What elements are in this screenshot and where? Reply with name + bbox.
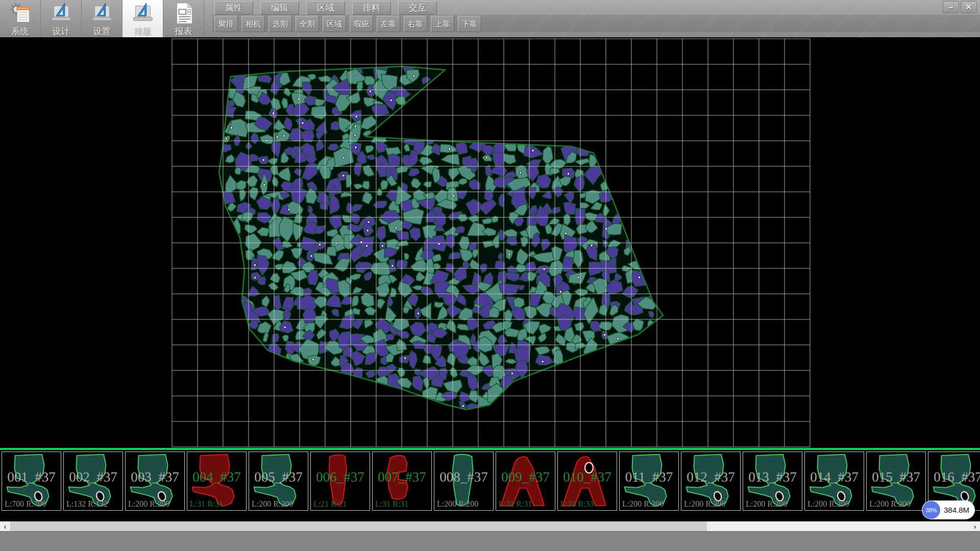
part-thumbnail-002_#37[interactable]: 002_#37L:132 R:132	[63, 452, 123, 511]
system-icon	[9, 2, 32, 25]
tool-button-相机[interactable]: 相机	[241, 16, 265, 32]
tool-button-聚排[interactable]: 聚排	[214, 16, 238, 32]
titlebar: 系统设计设置排版报表 属性编辑区域排料交互 聚排相机选割全割区域瑕疵左靠右靠上靠…	[0, 0, 980, 37]
close-button[interactable]: ✕	[961, 1, 977, 13]
nav-tab-label: 系统	[12, 26, 29, 37]
part-shape	[743, 452, 802, 510]
part-shape	[311, 452, 370, 510]
nesting-icon	[131, 2, 155, 25]
part-shape	[64, 452, 122, 510]
scroll-left-arrow-icon[interactable]: ‹	[0, 521, 10, 531]
parts-strip: 001_#37L:700 R:700002_#37L:132 R:132003_…	[0, 448, 980, 521]
main-nav-tabs: 系统设计设置排版报表	[0, 0, 204, 37]
memory-value: 384.8M	[944, 506, 969, 514]
part-shape	[126, 452, 184, 510]
tool-button-上靠[interactable]: 上靠	[431, 16, 454, 32]
part-thumbnail-007_#37[interactable]: 007_#37L:31 R:31	[372, 452, 432, 511]
menu-item-交互[interactable]: 交互	[398, 1, 437, 15]
nav-tab-label: 设计	[53, 26, 70, 37]
part-thumbnail-005_#37[interactable]: 005_#37L:200 R:200	[249, 452, 308, 511]
part-thumbnail-013_#37[interactable]: 013_#37L:200 R:200	[743, 452, 802, 511]
part-thumbnail-008_#37[interactable]: 008_#37L:200 R:200	[434, 452, 494, 511]
settings-icon	[90, 2, 114, 25]
design-icon	[50, 2, 73, 25]
nav-tab-设置[interactable]: 设置	[82, 0, 122, 37]
part-thumbnail-010_#37[interactable]: 010_#37L:33 R:33	[557, 452, 617, 511]
menu-item-区域[interactable]: 区域	[306, 1, 345, 15]
part-thumbnail-015_#37[interactable]: 015_#37L:200 R:200	[866, 452, 926, 511]
part-thumbnail-011_#37[interactable]: 011_#37L:200 R:200	[619, 452, 679, 511]
tool-button-右靠[interactable]: 右靠	[404, 16, 427, 32]
part-shape	[2, 452, 61, 510]
tool-button-下靠[interactable]: 下靠	[458, 16, 481, 32]
part-thumbnail-014_#37[interactable]: 014_#37L:200 R:200	[804, 452, 864, 511]
part-shape	[620, 452, 678, 510]
part-shape	[558, 452, 617, 510]
nav-tab-label: 报表	[175, 26, 192, 37]
tool-button-区域[interactable]: 区域	[323, 16, 346, 32]
report-icon	[172, 2, 195, 25]
menu-item-属性[interactable]: 属性	[214, 1, 253, 15]
nav-tab-label: 排版	[134, 26, 152, 37]
part-shape	[249, 452, 308, 510]
nav-tab-排版[interactable]: 排版	[122, 0, 163, 37]
part-shape	[681, 452, 740, 510]
strip-accent-line	[0, 448, 980, 450]
minimize-button[interactable]: −	[943, 1, 959, 13]
memory-badge: 38% 384.8M	[922, 500, 975, 519]
horizontal-scrollbar[interactable]: ‹ ›	[0, 521, 980, 531]
window-controls: − ✕	[943, 1, 977, 13]
part-thumbnail-006_#37[interactable]: 006_#37L:21 R:21	[310, 452, 370, 511]
bottom-window-chrome	[0, 531, 980, 551]
part-thumbnail-012_#37[interactable]: 012_#37L:200 R:200	[681, 452, 741, 511]
tool-button-左靠[interactable]: 左靠	[377, 16, 400, 32]
part-shape	[496, 452, 555, 510]
tool-button-全割[interactable]: 全割	[296, 16, 319, 32]
tool-button-瑕疵[interactable]: 瑕疵	[350, 16, 373, 32]
scrollbar-thumb[interactable]	[10, 521, 707, 531]
part-shape	[867, 452, 925, 510]
part-thumbnail-001_#37[interactable]: 001_#37L:700 R:700	[2, 452, 61, 511]
part-thumbnail-003_#37[interactable]: 003_#37L:200 R:200	[125, 452, 185, 511]
part-shape	[805, 452, 864, 510]
tool-button-选割[interactable]: 选割	[268, 16, 292, 32]
part-thumbnail-004_#37[interactable]: 004_#37L:31 R:31	[187, 452, 247, 511]
part-thumbnail-009_#37[interactable]: 009_#37L:32 R:31	[496, 452, 555, 511]
nesting-canvas-svg	[0, 37, 980, 448]
nav-tab-设计[interactable]: 设计	[41, 0, 82, 37]
menu-row: 属性编辑区域排料交互	[214, 1, 437, 14]
menu-item-排料[interactable]: 排料	[352, 1, 391, 15]
menu-item-编辑[interactable]: 编辑	[260, 1, 299, 15]
nav-tab-系统[interactable]: 系统	[0, 0, 41, 37]
part-shape	[373, 452, 431, 510]
memory-percent-circle: 38%	[922, 501, 940, 519]
scroll-right-arrow-icon[interactable]: ›	[970, 521, 980, 531]
tool-row: 聚排相机选割全割区域瑕疵左靠右靠上靠下靠	[214, 16, 481, 32]
nav-tab-label: 设置	[93, 26, 111, 37]
nesting-viewport[interactable]	[0, 37, 980, 448]
nav-tab-报表[interactable]: 报表	[163, 0, 204, 37]
part-shape	[434, 452, 493, 510]
parts-list: 001_#37L:700 R:700002_#37L:132 R:132003_…	[2, 452, 980, 511]
nesting-application-window: 系统设计设置排版报表 属性编辑区域排料交互 聚排相机选割全割区域瑕疵左靠右靠上靠…	[0, 0, 980, 551]
part-shape	[187, 452, 246, 510]
